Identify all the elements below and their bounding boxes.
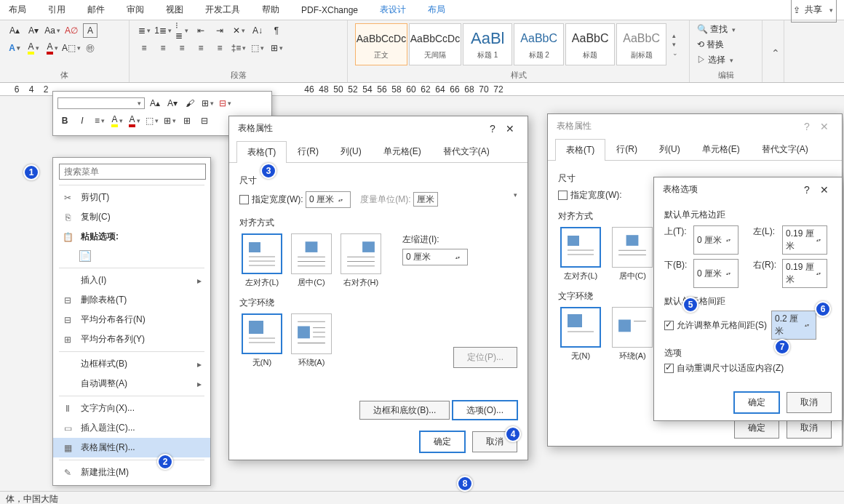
tab-column[interactable]: 列(U)	[648, 138, 691, 160]
cancel-button[interactable]: 取消	[787, 392, 832, 413]
collapse-ribbon-icon[interactable]: ⌃	[771, 47, 776, 59]
menu-insert[interactable]: 插入(I)▸	[53, 271, 210, 290]
align-right-icon[interactable]: ≡	[175, 41, 189, 55]
font-color-icon[interactable]: A▾	[45, 41, 60, 55]
delete-menu-icon[interactable]: ⊟▾	[218, 96, 232, 111]
search-input[interactable]	[59, 164, 206, 180]
grow-font-icon[interactable]: A▴	[148, 96, 162, 111]
tab-column[interactable]: 列(U)	[330, 140, 373, 162]
text-effect-icon[interactable]: A▾	[7, 41, 22, 55]
close-icon[interactable]: ✕	[816, 184, 833, 196]
clear-format-icon[interactable]: A∅	[64, 23, 79, 38]
insert-menu-icon[interactable]: ⊞▾	[200, 96, 215, 111]
tab[interactable]: 帮助	[260, 1, 281, 19]
tab[interactable]: 表设计	[378, 1, 407, 19]
show-marks-icon[interactable]: ¶	[269, 23, 284, 38]
tab[interactable]: 审阅	[125, 1, 146, 19]
menu-cut[interactable]: ✂剪切(T)	[53, 188, 210, 207]
ok-button[interactable]: 确定	[420, 431, 465, 452]
wrap-none-option[interactable]: 无(N)	[558, 307, 603, 361]
inc-indent-icon[interactable]: ⇥	[212, 23, 227, 38]
format-painter-icon[interactable]: 🖌	[183, 96, 197, 111]
ok-button[interactable]: 确定	[734, 392, 779, 413]
border-shading-button[interactable]: 边框和底纹(B)...	[359, 401, 450, 420]
enclose-icon[interactable]: ㊕	[83, 41, 97, 55]
tab[interactable]: 邮件	[86, 1, 106, 19]
font-color-icon[interactable]: A▾	[127, 113, 142, 128]
sort-icon[interactable]: A↓	[250, 23, 265, 38]
tab[interactable]: 布局	[426, 1, 447, 19]
borders-icon[interactable]: ⊞▾	[162, 113, 177, 128]
menu-insert-caption[interactable]: ▭插入题注(C)...	[53, 418, 210, 438]
align-icon[interactable]: ≡▾	[92, 113, 107, 128]
left-input[interactable]: 0.19 厘米▴▾	[782, 225, 827, 255]
menu-autofit[interactable]: 自动调整(A)▸	[53, 374, 210, 393]
asian-layout-icon[interactable]: ✕▾	[231, 23, 246, 38]
highlight-icon[interactable]: A▾	[26, 41, 41, 55]
bold-icon[interactable]: B	[57, 113, 72, 128]
width-input[interactable]: 0 厘米▴▾	[306, 191, 351, 208]
change-case-icon[interactable]: Aa▾	[45, 23, 60, 38]
unit-select[interactable]: 厘米▾	[413, 192, 438, 207]
spacing-checkbox[interactable]: 允许调整单元格间距(S)	[664, 319, 767, 332]
font-select[interactable]: ▾	[57, 97, 145, 109]
spec-width-checkbox[interactable]: 指定宽度(W):	[239, 194, 303, 204]
justify-icon[interactable]: ≡	[194, 41, 208, 55]
tab[interactable]: 开发工具	[204, 1, 242, 19]
help-button[interactable]: ?	[798, 184, 816, 196]
italic-icon[interactable]: I	[75, 113, 89, 128]
align-center-option[interactable]: 居中(C)	[610, 227, 655, 281]
top-input[interactable]: 0 厘米▴▾	[693, 225, 738, 255]
char-shading-icon[interactable]: A⬚▾	[64, 41, 79, 55]
help-button[interactable]: ?	[484, 123, 501, 135]
bullets-icon[interactable]: ≣▾	[137, 23, 151, 38]
menu-copy[interactable]: ⎘复制(C)	[53, 207, 210, 227]
find-button[interactable]: 🔍 查找 ▾	[697, 23, 755, 36]
tab[interactable]: 布局	[7, 1, 28, 19]
spacing-input[interactable]: 0.2 厘米▴▾	[771, 311, 816, 340]
menu-border-style[interactable]: 边框样式(B)▸	[53, 354, 210, 374]
style-down-icon[interactable]: ▾	[672, 41, 682, 48]
borders-icon[interactable]: ⊞▾	[269, 41, 284, 55]
style-item[interactable]: AaBl标题 1	[463, 23, 512, 65]
tab[interactable]: PDF-XChange	[300, 2, 359, 18]
tab-cell[interactable]: 单元格(E)	[373, 140, 432, 162]
shading-icon[interactable]: ⬚▾	[145, 113, 159, 128]
close-icon[interactable]: ✕	[501, 123, 519, 135]
menu-delete-table[interactable]: ⊟删除表格(T)	[53, 290, 210, 310]
style-item[interactable]: AaBbC标题 2	[514, 23, 563, 65]
align-right-option[interactable]: 右对齐(H)	[338, 233, 383, 288]
delete-cells-icon[interactable]: ⊟	[197, 113, 212, 128]
tab-alttext[interactable]: 替代文字(A)	[432, 140, 501, 162]
help-button[interactable]: ?	[798, 121, 816, 132]
wrap-around-option[interactable]: 环绕(A)	[610, 307, 655, 361]
tab-cell[interactable]: 单元格(E)	[691, 138, 751, 160]
style-more-icon[interactable]: ⌄	[672, 49, 682, 57]
dec-indent-icon[interactable]: ⇤	[194, 23, 208, 38]
menu-new-comment[interactable]: ✎新建批注(M)	[53, 463, 210, 482]
tab[interactable]: 引用	[47, 1, 67, 19]
align-center-icon[interactable]: ≡	[156, 41, 170, 55]
style-up-icon[interactable]: ▴	[672, 32, 682, 39]
align-left-option[interactable]: 左对齐(L)	[558, 227, 603, 281]
line-spacing-icon[interactable]: ‡≡▾	[231, 41, 246, 55]
bottom-input[interactable]: 0 厘米▴▾	[693, 259, 738, 288]
select-button[interactable]: ▷ 选择 ▾	[697, 54, 755, 66]
options-button[interactable]: 选项(O)...	[453, 401, 517, 420]
right-input[interactable]: 0.19 厘米▴▾	[782, 259, 827, 288]
wrap-none-option[interactable]: 无(N)	[239, 313, 284, 368]
tab-table[interactable]: 表格(T)	[555, 139, 605, 161]
positioning-button[interactable]: 定位(P)...	[453, 347, 517, 368]
tab-row[interactable]: 行(R)	[287, 140, 330, 162]
menu-distribute-cols[interactable]: ⊞平均分布各列(Y)	[53, 329, 210, 349]
style-item[interactable]: AaBbC标题	[565, 23, 615, 65]
tab-alttext[interactable]: 替代文字(A)	[751, 138, 819, 160]
tab[interactable]: 视图	[164, 1, 185, 19]
align-left-option[interactable]: 左对齐(L)	[239, 233, 284, 288]
menu-paste-option[interactable]: 📄	[53, 247, 210, 265]
close-icon[interactable]: ✕	[816, 121, 833, 132]
menu-table-properties[interactable]: ▦表格属性(R)...	[53, 438, 210, 457]
style-item[interactable]: AaBbCcDc正文	[355, 23, 407, 65]
indent-input[interactable]: 0 厘米▴▾	[402, 249, 468, 265]
shading-icon[interactable]: ⬚▾	[250, 41, 265, 55]
